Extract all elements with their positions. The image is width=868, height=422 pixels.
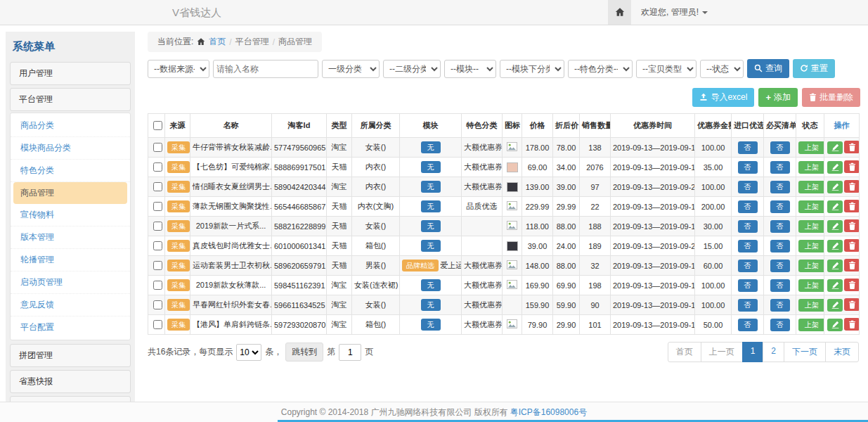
import-excel-button[interactable]: 导入excel xyxy=(692,88,754,107)
pagination-next[interactable]: 下一页 xyxy=(784,342,826,362)
sidebar-item-splash-page-mgmt[interactable]: 启动页管理 xyxy=(11,271,130,294)
edit-button[interactable] xyxy=(827,240,843,252)
status-on-shelf-button[interactable]: 上架 xyxy=(798,220,824,233)
import-select-toggle[interactable]: 否 xyxy=(738,279,758,292)
reset-button[interactable]: 重置 xyxy=(793,59,835,78)
sidebar-group-platform-mgmt[interactable]: 平台管理 xyxy=(10,88,131,111)
filter-data-source-select[interactable]: --数据来源-- xyxy=(148,60,209,78)
delete-button[interactable] xyxy=(844,239,860,252)
must-buy-toggle[interactable]: 否 xyxy=(770,260,790,272)
user-menu[interactable]: 欢迎您, 管理员! xyxy=(631,0,718,25)
sidebar-item-feature-category[interactable]: 特色分类 xyxy=(11,160,130,182)
edit-button[interactable] xyxy=(827,181,843,193)
delete-button[interactable] xyxy=(844,180,860,193)
must-buy-toggle[interactable]: 否 xyxy=(770,240,790,252)
sidebar-item-promo-materials[interactable]: 宣传物料 xyxy=(11,204,130,226)
batch-delete-button[interactable]: 批量删除 xyxy=(802,88,860,107)
edit-button[interactable] xyxy=(827,260,843,272)
sidebar-item-carousel-mgmt[interactable]: 轮播管理 xyxy=(11,249,130,271)
pagination-page-1[interactable]: 1 xyxy=(742,342,764,362)
row-checkbox[interactable] xyxy=(153,202,162,211)
sidebar-group-group-buy-mgmt[interactable]: 拼团管理 xyxy=(10,344,131,367)
per-page-select[interactable]: 10 xyxy=(236,344,261,361)
row-checkbox[interactable] xyxy=(153,300,162,309)
import-select-toggle[interactable]: 否 xyxy=(738,299,758,312)
import-select-toggle[interactable]: 否 xyxy=(738,240,758,252)
status-on-shelf-button[interactable]: 上架 xyxy=(798,200,824,213)
pagination-last[interactable]: 末页 xyxy=(825,342,859,362)
sidebar-item-version-mgmt[interactable]: 版本管理 xyxy=(11,226,130,249)
delete-button[interactable] xyxy=(844,160,860,173)
edit-button[interactable] xyxy=(827,220,843,233)
row-checkbox[interactable] xyxy=(153,143,162,152)
sidebar-group-user-mgmt[interactable]: 用户管理 xyxy=(10,62,131,85)
filter-item-type-select[interactable]: --宝贝类型-- xyxy=(636,60,697,78)
sidebar-item-goods-mgmt[interactable]: 商品管理 xyxy=(13,182,127,204)
must-buy-toggle[interactable]: 否 xyxy=(770,141,790,154)
import-select-toggle[interactable]: 否 xyxy=(738,161,758,174)
row-checkbox[interactable] xyxy=(153,320,162,329)
filter-name-input[interactable] xyxy=(213,60,318,78)
delete-button[interactable] xyxy=(844,141,860,153)
sidebar-group-saving-express[interactable]: 省惠快报 xyxy=(10,370,131,393)
row-checkbox[interactable] xyxy=(153,162,162,172)
row-checkbox[interactable] xyxy=(153,281,162,290)
status-on-shelf-button[interactable]: 上架 xyxy=(798,161,824,174)
filter-feature-category-select[interactable]: --特色分类-- xyxy=(568,60,633,78)
sidebar-group-message-mgmt[interactable]: 消息管理 xyxy=(10,396,131,402)
filter-module-sub-category-select[interactable]: --模块下分类-- xyxy=(500,60,564,78)
breadcrumb-home-link[interactable]: 首页 xyxy=(209,36,226,48)
delete-button[interactable] xyxy=(844,279,860,291)
status-on-shelf-button[interactable]: 上架 xyxy=(798,240,824,252)
status-on-shelf-button[interactable]: 上架 xyxy=(798,279,824,292)
row-checkbox[interactable] xyxy=(153,261,162,270)
delete-button[interactable] xyxy=(844,318,860,331)
must-buy-toggle[interactable]: 否 xyxy=(770,299,790,312)
edit-button[interactable] xyxy=(827,299,843,312)
sidebar-item-platform-config[interactable]: 平台配置 xyxy=(11,316,130,338)
page-number-input[interactable] xyxy=(339,344,361,361)
status-on-shelf-button[interactable]: 上架 xyxy=(798,141,824,154)
filter-level1-category-select[interactable]: 一级分类 xyxy=(322,60,380,78)
import-select-toggle[interactable]: 否 xyxy=(738,220,758,233)
filter-level2-category-select[interactable]: --二级分类-- xyxy=(383,60,441,78)
must-buy-toggle[interactable]: 否 xyxy=(770,200,790,213)
must-buy-toggle[interactable]: 否 xyxy=(770,319,790,331)
add-button[interactable]: + 添加 xyxy=(758,88,798,107)
row-checkbox[interactable] xyxy=(153,241,162,250)
sidebar-item-module-goods-category[interactable]: 模块商品分类 xyxy=(11,137,130,160)
sidebar-item-goods-category[interactable]: 商品分类 xyxy=(11,115,130,137)
must-buy-toggle[interactable]: 否 xyxy=(770,220,790,233)
pagination-page-2[interactable]: 2 xyxy=(763,342,784,362)
import-select-toggle[interactable]: 否 xyxy=(738,141,758,154)
import-select-toggle[interactable]: 否 xyxy=(738,181,758,193)
filter-module-select[interactable]: --模块-- xyxy=(444,60,496,78)
filter-status-select[interactable]: --状态-- xyxy=(700,60,744,78)
edit-button[interactable] xyxy=(827,200,843,213)
home-button[interactable] xyxy=(608,0,631,25)
status-on-shelf-button[interactable]: 上架 xyxy=(798,299,824,312)
import-select-toggle[interactable]: 否 xyxy=(738,319,758,331)
import-select-toggle[interactable]: 否 xyxy=(738,200,758,213)
jump-button[interactable]: 跳转到 xyxy=(285,343,323,362)
row-checkbox[interactable] xyxy=(153,222,162,231)
must-buy-toggle[interactable]: 否 xyxy=(770,279,790,292)
edit-button[interactable] xyxy=(827,161,843,174)
edit-button[interactable] xyxy=(827,319,843,331)
icp-link[interactable]: 粤ICP备16098006号 xyxy=(510,407,587,418)
delete-button[interactable] xyxy=(844,259,860,271)
must-buy-toggle[interactable]: 否 xyxy=(770,161,790,174)
status-on-shelf-button[interactable]: 上架 xyxy=(798,260,824,272)
delete-button[interactable] xyxy=(844,200,860,212)
delete-button[interactable] xyxy=(844,219,860,232)
must-buy-toggle[interactable]: 否 xyxy=(770,181,790,193)
sidebar-item-feedback[interactable]: 意见反馈 xyxy=(11,294,130,316)
import-select-toggle[interactable]: 否 xyxy=(738,260,758,272)
row-checkbox[interactable] xyxy=(153,182,162,191)
delete-button[interactable] xyxy=(844,298,860,311)
edit-button[interactable] xyxy=(827,141,843,154)
status-on-shelf-button[interactable]: 上架 xyxy=(798,319,824,331)
query-button[interactable]: 查询 xyxy=(747,59,789,78)
status-on-shelf-button[interactable]: 上架 xyxy=(798,181,824,193)
select-all-checkbox[interactable] xyxy=(153,121,162,130)
